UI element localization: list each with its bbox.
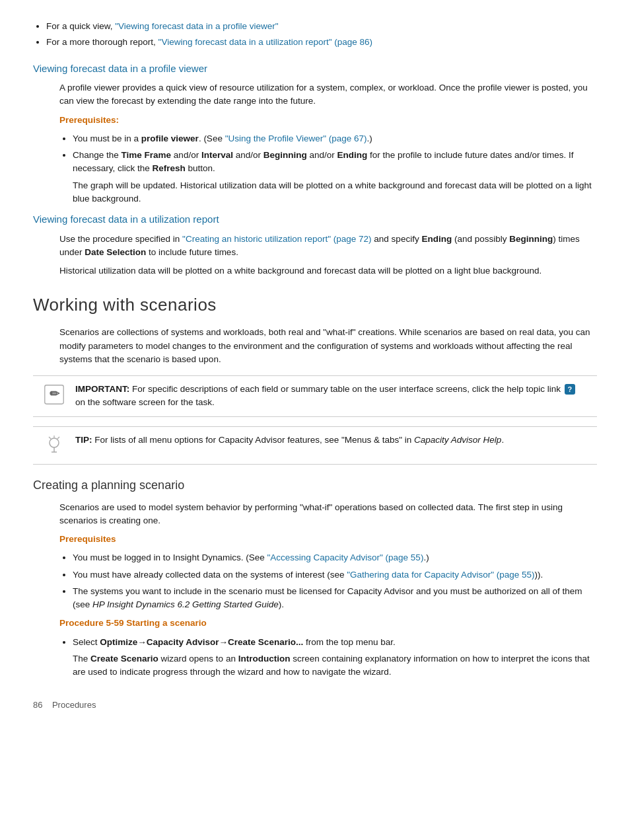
profile-prereq2-mid1: and/or bbox=[171, 150, 201, 160]
planning-prereq-3: The systems you want to include in the s… bbox=[73, 585, 597, 612]
proc-bullet-arrow2: → bbox=[219, 637, 228, 647]
tip-text-block: TIP: For lists of all menu options for C… bbox=[75, 434, 504, 447]
util-para1-bold2: Beginning bbox=[509, 234, 553, 244]
major-heading-working: Working with scenarios bbox=[33, 292, 597, 318]
svg-line-5 bbox=[49, 437, 51, 439]
planning-prereq-list: You must be logged in to Insight Dynamic… bbox=[73, 551, 597, 611]
profile-prereq1-bold: profile viewer bbox=[141, 134, 199, 143]
svg-text:✏: ✏ bbox=[50, 387, 60, 401]
tip-box: TIP: For lists of all menu options for C… bbox=[33, 426, 597, 465]
section-utilization-para1: Use the procedure specified in "Creating… bbox=[59, 233, 597, 260]
intro-bullet-2: For a more thorough report, "Viewing for… bbox=[46, 36, 597, 49]
svg-point-2 bbox=[50, 438, 59, 447]
planning-para1: Scenarios are used to model system behav… bbox=[59, 501, 597, 528]
plan-prereq3-end: ). bbox=[279, 599, 284, 609]
section-profile-heading: Viewing forecast data in a profile viewe… bbox=[33, 61, 597, 77]
util-para1-bold3: Date Selection bbox=[85, 247, 146, 257]
util-para1-link[interactable]: "Creating an historic utilization report… bbox=[182, 234, 371, 244]
plan-prereq3-italic: HP Insight Dynamics 6.2 Getting Started … bbox=[92, 599, 279, 609]
profile-prereq2-mid2: and/or bbox=[233, 150, 263, 160]
important-label: IMPORTANT: bbox=[75, 384, 129, 394]
intro-bullet1-link[interactable]: "Viewing forecast data in a profile view… bbox=[115, 21, 278, 31]
plan-prereq2-end: )). bbox=[534, 570, 543, 580]
tip-italic: Capacity Advisor Help bbox=[414, 435, 501, 445]
prereq-label-profile: Prerequisites: bbox=[59, 114, 597, 127]
planning-content: Scenarios are used to model system behav… bbox=[59, 501, 597, 679]
footer: 86 Procedures bbox=[33, 699, 597, 712]
tip-icon bbox=[42, 434, 66, 457]
intro-bullet-1: For a quick view, "Viewing forecast data… bbox=[46, 20, 597, 33]
proc-bullet-pre: Select bbox=[73, 637, 100, 647]
proc-bullet-bold1: Optimize bbox=[100, 637, 137, 647]
profile-prereq2-bold1: Time Frame bbox=[122, 150, 172, 160]
section-utilization-heading: Viewing forecast data in a utilization r… bbox=[33, 212, 597, 227]
planning-prereq-1: You must be logged in to Insight Dynamic… bbox=[73, 551, 597, 564]
profile-prereq2-bold3: Beginning bbox=[263, 150, 307, 160]
tip-icon-svg bbox=[42, 434, 66, 457]
profile-prereq2-refresh: Refresh bbox=[153, 163, 186, 173]
plan-prereq1-pre: You must be logged in to Insight Dynamic… bbox=[73, 553, 267, 562]
important-icon-svg: ✏ bbox=[44, 384, 65, 405]
important-text: For specific descriptions of each field … bbox=[132, 384, 561, 394]
profile-prereq2-followup: The graph will be updated. Historical ut… bbox=[73, 179, 597, 206]
proc-followup-bold1: Create Scenario bbox=[90, 654, 158, 664]
important-end: on the software screen for the task. bbox=[75, 397, 215, 407]
plan-prereq1-end: .) bbox=[423, 553, 429, 562]
prereq-label-planning: Prerequisites bbox=[59, 533, 597, 546]
profile-prereq1-end: .) bbox=[367, 134, 372, 143]
profile-prereq2-bold4: Ending bbox=[337, 150, 367, 160]
profile-prereq-1: You must be in a profile viewer. (See "U… bbox=[73, 132, 597, 145]
svg-line-7 bbox=[57, 437, 59, 439]
proc-bullet-arrow1: → bbox=[137, 637, 147, 647]
section-profile-content: A profile viewer provides a quick view o… bbox=[59, 81, 597, 206]
footer-page: 86 bbox=[33, 700, 42, 710]
util-para1-pre: Use the procedure specified in bbox=[59, 234, 182, 244]
tip-end: . bbox=[501, 435, 504, 445]
important-icon: ✏ bbox=[42, 383, 66, 406]
plan-prereq2-link[interactable]: "Gathering data for Capacity Advisor" (p… bbox=[347, 570, 534, 580]
intro-bullet1-pre: For a quick view, bbox=[46, 21, 115, 31]
intro-bullet2-pre: For a more thorough report, bbox=[46, 37, 158, 47]
proc-bullet-bold2: Capacity Advisor bbox=[147, 637, 219, 647]
footer-label: Procedures bbox=[52, 700, 96, 710]
util-para1-post-pre: and specify bbox=[372, 234, 422, 244]
important-text-block: IMPORTANT: For specific descriptions of … bbox=[75, 383, 588, 410]
profile-prereq2-end: button. bbox=[186, 163, 215, 173]
working-scenarios-content: Scenarios are collections of systems and… bbox=[59, 326, 597, 366]
proc-label: Procedure 5-59 Starting a scenario bbox=[59, 617, 597, 630]
planning-prereq-2: You must have already collected data on … bbox=[73, 568, 597, 582]
help-badge: ? bbox=[565, 384, 575, 395]
profile-prereq1-post: . (See bbox=[199, 134, 225, 143]
planning-proc-1: Select Optimize→Capacity Advisor→Create … bbox=[73, 636, 597, 679]
medium-heading-planning: Creating a planning scenario bbox=[33, 477, 597, 494]
util-para1-mid1: (and possibly bbox=[452, 234, 509, 244]
profile-prereq-list: You must be in a profile viewer. (See "U… bbox=[73, 132, 597, 206]
section-utilization-content: Use the procedure specified in "Creating… bbox=[59, 233, 597, 278]
tip-text: For lists of all menu options for Capaci… bbox=[94, 435, 414, 445]
proc-followup-bold2: Introduction bbox=[238, 654, 291, 664]
plan-prereq1-link[interactable]: "Accessing Capacity Advisor" (page 55) bbox=[267, 553, 423, 562]
important-box: ✏ IMPORTANT: For specific descriptions o… bbox=[33, 375, 597, 417]
profile-prereq1-pre: You must be in a bbox=[73, 134, 141, 143]
intro-bullets: For a quick view, "Viewing forecast data… bbox=[46, 20, 597, 50]
proc-bullet-bold3: Create Scenario... bbox=[228, 637, 303, 647]
proc-followup-pre: The bbox=[73, 654, 90, 664]
proc-followup: The Create Scenario wizard opens to an I… bbox=[73, 652, 597, 679]
proc-followup-mid1: wizard opens to an bbox=[158, 654, 238, 664]
profile-prereq2-bold2: Interval bbox=[201, 150, 233, 160]
section-utilization-para2: Historical utilization data will be plot… bbox=[59, 264, 597, 278]
plan-prereq2-pre: You must have already collected data on … bbox=[73, 570, 347, 580]
profile-prereq2-mid3: and/or bbox=[307, 150, 337, 160]
util-para1-bold1: Ending bbox=[421, 234, 452, 244]
intro-bullet2-link[interactable]: "Viewing forecast data in a utilization … bbox=[158, 37, 373, 47]
planning-proc-list: Select Optimize→Capacity Advisor→Create … bbox=[73, 636, 597, 679]
profile-prereq1-link[interactable]: "Using the Profile Viewer" (page 67) bbox=[225, 134, 367, 143]
proc-bullet-post: from the top menu bar. bbox=[303, 637, 396, 647]
working-para1: Scenarios are collections of systems and… bbox=[59, 326, 597, 366]
profile-prereq2-pre: Change the bbox=[73, 150, 122, 160]
tip-label: TIP: bbox=[75, 435, 92, 445]
util-para1-end: to include future times. bbox=[146, 247, 238, 257]
profile-prereq-2: Change the Time Frame and/or Interval an… bbox=[73, 149, 597, 206]
section-profile-para1: A profile viewer provides a quick view o… bbox=[59, 81, 597, 108]
